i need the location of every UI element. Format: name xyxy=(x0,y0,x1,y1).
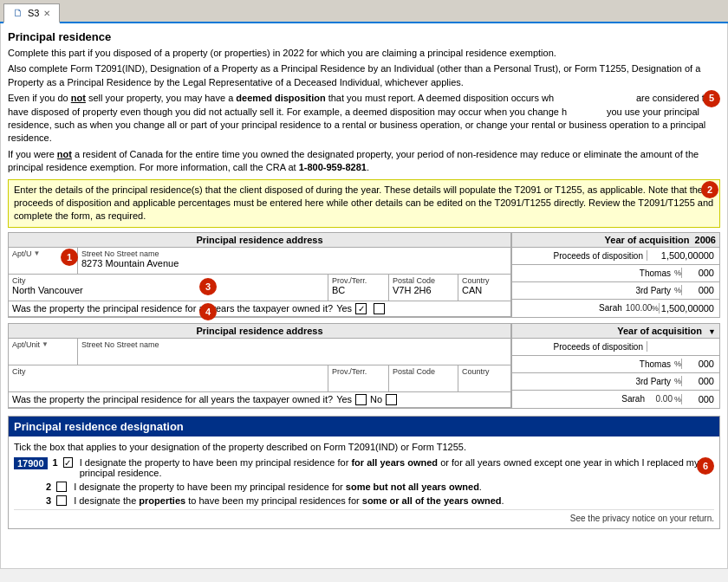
proceeds-value-2[interactable] xyxy=(647,341,716,352)
thomas-row-1: Thomas % 000 xyxy=(512,265,719,282)
thomas-pct-2[interactable]: % xyxy=(674,359,681,368)
postal-label-2: Postal Code xyxy=(393,367,454,376)
thomas-label-1: Thomas xyxy=(516,268,674,278)
designation-title: Principal residence designation xyxy=(9,417,719,436)
third-party-value-2[interactable]: 000 xyxy=(681,376,716,386)
form2: Principal residence address Apt/Unit ▼ S… xyxy=(8,323,720,409)
form1: 1 Principal residence address Apt/U ▼ St… xyxy=(8,232,720,318)
year-acq-value: 2006 xyxy=(695,235,716,245)
callout-2: 2 xyxy=(701,181,718,198)
para2: Also complete Form T2091(IND), Designati… xyxy=(8,62,720,89)
main-content: Principal residence Complete this part i… xyxy=(0,23,728,569)
section-title-principal-residence: Principal residence xyxy=(8,30,720,43)
no-label-2: No xyxy=(370,394,382,404)
item2-num: 2 xyxy=(46,482,51,492)
city-value: North Vancouver xyxy=(12,285,324,295)
checkbox-row-1: Was the property the principal residence… xyxy=(9,301,510,317)
item3-num: 3 xyxy=(46,495,51,506)
sarah-pct-sym-2: % xyxy=(674,395,681,404)
third-party-pct-2[interactable]: % xyxy=(674,377,681,385)
checkbox-text-2: Was the property the principal residence… xyxy=(12,394,333,404)
para4: If you were not a resident of Canada for… xyxy=(8,148,720,175)
apt-unit-label-2: Apt/Unit ▼ xyxy=(12,340,74,349)
sarah-value-2[interactable]: 000 xyxy=(681,394,716,404)
third-party-value-1[interactable]: 000 xyxy=(681,285,716,295)
tab-bar: 🗋 S3 ✕ xyxy=(0,0,728,23)
street-value-2[interactable] xyxy=(81,349,507,363)
tab-s3[interactable]: 🗋 S3 ✕ xyxy=(3,3,60,23)
proceeds-value-1[interactable]: 1,500,00000 xyxy=(647,250,716,261)
checkbox-item2[interactable] xyxy=(56,482,67,492)
proceeds-label-1: Proceeds of disposition xyxy=(516,251,647,261)
prov-label: Prov./Terr. xyxy=(332,276,385,285)
checkbox-no-2[interactable] xyxy=(386,394,397,405)
callout-6: 6 xyxy=(697,457,714,475)
callout-4: 4 xyxy=(199,303,217,320)
designation-body: Tick the box that applies to your design… xyxy=(9,436,719,528)
third-party-label-2: 3rd Party xyxy=(516,377,674,386)
thomas-value-1[interactable]: 000 xyxy=(681,268,716,278)
checkbox-item1[interactable]: ✓ xyxy=(63,457,73,468)
street-value: 8273 Mountain Avenue xyxy=(81,258,507,268)
checkbox-row-2: Was the property the principal residence… xyxy=(9,392,510,408)
designation-section: Principal residence designation Tick the… xyxy=(8,416,720,529)
prov-label-2: Prov./Terr. xyxy=(332,367,385,376)
sarah-label-2: Sarah xyxy=(516,394,648,404)
item3-text: I designate the properties to have been … xyxy=(74,495,504,506)
designation-item-2: 2 I designate the property to have been … xyxy=(14,482,714,492)
item2-text: I designate the property to have been my… xyxy=(74,482,482,492)
sarah-label-1: Sarah xyxy=(516,303,626,313)
privacy-notice: See the privacy notice on your return. xyxy=(14,509,714,523)
sarah-value-1[interactable]: 1,500,00000 xyxy=(659,303,716,314)
para3: Even if you do not sell your property, y… xyxy=(8,92,720,146)
tab-icon: 🗋 xyxy=(13,7,23,19)
third-party-pct-1[interactable]: % xyxy=(674,286,681,294)
checkbox-no-box-1[interactable] xyxy=(374,303,385,314)
thomas-label-2: Thomas xyxy=(516,359,674,369)
checkbox-text: Was the property the principal residence… xyxy=(12,303,333,314)
postal-label: Postal Code xyxy=(393,276,454,285)
prov-value: BC xyxy=(332,285,385,295)
street-label: Street No Street name xyxy=(81,249,507,258)
checkbox-yes-2[interactable] xyxy=(355,394,367,405)
callout-3: 3 xyxy=(199,278,217,295)
city-value-2[interactable] xyxy=(12,376,324,390)
designation-item-3: 3 I designate the properties to have bee… xyxy=(14,495,714,506)
phone-number: 1-800-959-8281 xyxy=(299,162,367,172)
postal-value: V7H 2H6 xyxy=(393,285,454,295)
year-acq-label: Year of acquisition xyxy=(605,235,690,245)
callout-1: 1 xyxy=(61,249,78,266)
year-dropdown-2[interactable]: ▼ xyxy=(708,327,716,336)
item1-num: 1 xyxy=(53,457,58,468)
tab-label: S3 xyxy=(28,8,39,18)
checkbox-item3[interactable] xyxy=(56,495,67,506)
third-party-row-2: 3rd Party % 000 xyxy=(512,373,719,391)
city-label-2: City xyxy=(12,367,324,376)
city-label: City xyxy=(12,276,324,285)
item1-text: I designate the property to have been my… xyxy=(80,457,714,478)
designation-instruction: Tick the box that applies to your design… xyxy=(14,442,714,452)
sarah-pct-2[interactable]: 0.00 xyxy=(648,394,674,404)
para1: Complete this part if you disposed of a … xyxy=(8,47,720,60)
year-acq-header: Year of acquisition 2006 xyxy=(512,233,719,248)
code-17900: 17900 xyxy=(14,457,48,469)
yes-label: Yes xyxy=(336,303,352,314)
country-value: CAN xyxy=(462,285,507,295)
yes-label-2: Yes xyxy=(336,394,352,404)
country-label: Country xyxy=(462,276,507,285)
thomas-pct-1[interactable]: % xyxy=(674,268,681,277)
third-party-row-1: 3rd Party % 000 xyxy=(512,282,719,300)
country-label-2: Country xyxy=(462,367,507,376)
designation-item-1: 17900 1 ✓ I designate the property to ha… xyxy=(14,457,714,478)
proceeds-row-2: Proceeds of disposition xyxy=(512,339,719,356)
info-box: Enter the details of the principal resid… xyxy=(8,179,720,228)
year-acq-label-2: Year of acquisition xyxy=(617,326,702,336)
checkbox-yes-1[interactable]: ✓ xyxy=(355,303,367,314)
sarah-row-1: Sarah 100.00 % 1,500,00000 xyxy=(512,300,719,317)
thomas-value-2[interactable]: 000 xyxy=(681,359,716,369)
street-label-2: Street No Street name xyxy=(81,340,507,349)
form1-header: Principal residence address xyxy=(9,233,510,248)
form2-header: Principal residence address xyxy=(9,324,510,339)
sarah-pct-1[interactable]: 100.00 xyxy=(626,303,652,313)
tab-close-button[interactable]: ✕ xyxy=(43,9,50,18)
